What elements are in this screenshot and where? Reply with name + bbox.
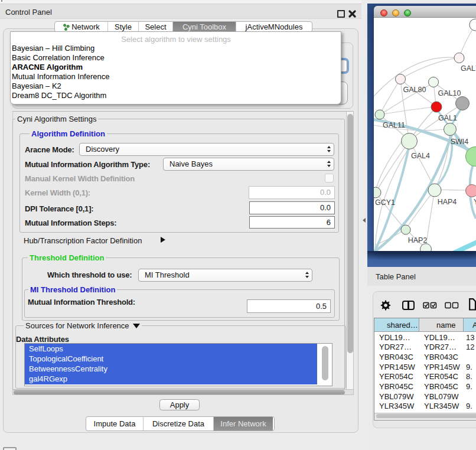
svg-text:GAL10: GAL10 (438, 89, 461, 97)
svg-text:HAP2: HAP2 (408, 236, 428, 244)
svg-text:GAL11: GAL11 (383, 121, 405, 129)
svg-text:GAL80: GAL80 (403, 86, 426, 94)
svg-text:Y: Y (474, 198, 476, 206)
svg-text:HAP4: HAP4 (438, 198, 457, 206)
svg-text:GAL4: GAL4 (411, 152, 430, 160)
svg-text:GAL1: GAL1 (438, 114, 457, 122)
svg-text:GAL7: GAL7 (461, 64, 476, 73)
svg-text:SWI4: SWI4 (451, 138, 469, 146)
svg-text:GCY1: GCY1 (375, 198, 395, 207)
